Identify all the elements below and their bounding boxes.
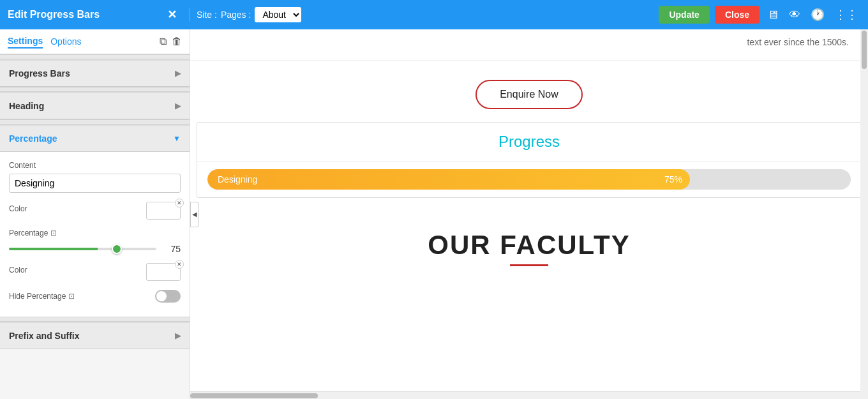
enquire-button[interactable]: Enquire Now (475, 80, 583, 109)
section-heading-label: Heading (9, 101, 44, 111)
hide-percentage-toggle[interactable] (155, 290, 181, 303)
faculty-title: OUR FACULTY (428, 230, 631, 266)
tab-settings[interactable]: Settings (8, 34, 43, 49)
color-row-1: Color ✕ (9, 202, 181, 220)
bottom-scrollbar[interactable] (190, 391, 860, 399)
panel-tabs: Settings Options ⧉ 🗑 (0, 29, 190, 54)
progress-section: Progress Designing 75% (197, 122, 862, 198)
pages-select[interactable]: About (255, 7, 301, 22)
right-scrollbar[interactable] (860, 29, 868, 399)
progress-bar-label: Designing (218, 174, 257, 184)
content-label: Content (9, 161, 181, 170)
pages-label: Pages : (221, 10, 251, 20)
desktop-view-button[interactable]: 🖥 (765, 6, 781, 24)
tree-button[interactable]: ⋮⋮ (832, 5, 860, 24)
history-button[interactable]: 🕐 (808, 5, 827, 24)
bottom-scrollbar-thumb (190, 393, 318, 398)
progress-title: Progress (197, 123, 861, 162)
hide-percentage-label: Hide Percentage ⊡ (9, 292, 75, 301)
section-prefix-suffix[interactable]: Prefix and Suffix ▶ (0, 322, 190, 349)
close-panel-icon[interactable]: ✕ (167, 8, 177, 22)
preview-button[interactable]: 👁 (786, 6, 803, 24)
tab-options[interactable]: Options (50, 35, 81, 48)
section-progress-bars[interactable]: Progress Bars ▶ (0, 59, 190, 87)
left-panel: Settings Options ⧉ 🗑 Progress Bars ▶ Hea… (0, 29, 190, 399)
section-percentage-label: Percentage (9, 133, 57, 144)
percentage-row: Percentage ⊡ (9, 229, 181, 237)
color-label-1: Color (9, 204, 27, 213)
separator-1 (0, 54, 190, 59)
color-picker-1[interactable]: ✕ (146, 202, 181, 220)
top-text: text ever since the 1500s. (747, 37, 849, 47)
percentage-monitor-icon: ⊡ (50, 229, 57, 237)
faculty-section: OUR FACULTY (190, 211, 868, 285)
color-clear-1[interactable]: ✕ (175, 199, 184, 207)
main-area: Settings Options ⧉ 🗑 Progress Bars ▶ Hea… (0, 29, 868, 399)
color-clear-2[interactable]: ✕ (175, 260, 184, 269)
right-scrollbar-thumb (862, 31, 867, 69)
pages-dropdown[interactable]: About (255, 7, 301, 22)
trash-icon[interactable]: 🗑 (172, 36, 182, 47)
section-progress-bars-label: Progress Bars (9, 68, 70, 79)
section-heading[interactable]: Heading ▶ (0, 92, 190, 119)
percentage-slider[interactable] (9, 248, 156, 250)
prefix-suffix-chevron-icon: ▶ (175, 331, 181, 340)
site-label: Site : (197, 10, 217, 20)
color-picker-2[interactable]: ✕ (146, 263, 181, 281)
color-row-2: Color ✕ (9, 263, 181, 281)
panel-tab-icons: ⧉ 🗑 (160, 36, 182, 47)
panel-title-area: Edit Progress Bars ✕ (0, 8, 190, 22)
top-bar-actions: Update Close 🖥 👁 🕐 ⋮⋮ (659, 5, 868, 24)
section-percentage[interactable]: Percentage ▼ (0, 124, 190, 152)
content-label-text: Content (9, 161, 36, 170)
percentage-content: Content Color ✕ Percentage ⊡ 75 (0, 152, 190, 317)
content-input[interactable] (9, 174, 181, 193)
copy-icon[interactable]: ⧉ (160, 36, 167, 47)
progress-bars-chevron-icon: ▶ (175, 69, 181, 78)
color-label-2: Color (9, 266, 27, 275)
progress-bar-fill: Designing 75% (207, 169, 690, 190)
slider-value: 75 (163, 244, 181, 254)
heading-chevron-icon: ▶ (175, 102, 181, 110)
enquire-area: Enquire Now (190, 61, 868, 122)
update-button[interactable]: Update (659, 6, 709, 24)
panel-title: Edit Progress Bars (8, 9, 100, 20)
right-panel: ◀ text ever since the 1500s. Enquire Now… (190, 29, 868, 399)
separator-4 (0, 317, 190, 322)
progress-bar-track: Designing 75% (207, 169, 851, 190)
slider-container: 75 (9, 244, 181, 254)
collapse-arrow[interactable]: ◀ (190, 202, 199, 227)
section-prefix-suffix-label: Prefix and Suffix (9, 331, 79, 341)
percentage-field-label: Percentage ⊡ (9, 229, 57, 237)
site-info: Site : Pages : About (190, 7, 659, 22)
progress-bar-percent: 75% (664, 174, 682, 184)
progress-bar-container: Designing 75% (197, 162, 861, 197)
hide-percentage-row: Hide Percentage ⊡ (9, 290, 181, 303)
hide-percentage-monitor-icon: ⊡ (68, 292, 75, 301)
separator-2 (0, 87, 190, 92)
top-text-area: text ever since the 1500s. (190, 29, 868, 61)
separator-3 (0, 119, 190, 124)
top-bar: Edit Progress Bars ✕ Site : Pages : Abou… (0, 0, 868, 29)
close-button[interactable]: Close (715, 6, 760, 24)
percentage-chevron-icon: ▼ (173, 134, 181, 143)
